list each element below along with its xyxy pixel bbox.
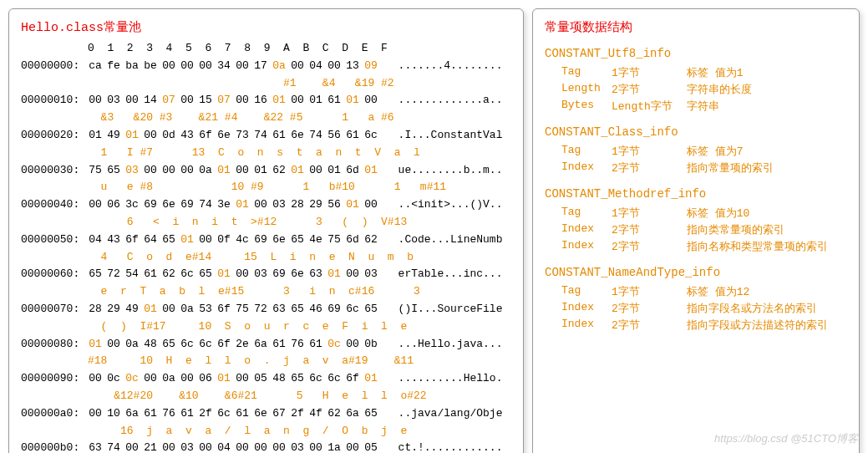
hex-byte: 17 xyxy=(251,58,270,75)
addr: 00000010: xyxy=(21,94,86,106)
info-size: 1字节 xyxy=(612,284,687,299)
hex-byte: 6c xyxy=(325,370,343,388)
hex-row: 00000070: 28294901000a536f7572636546696c… xyxy=(21,301,511,318)
hex-byte: 6a xyxy=(123,405,141,423)
hex-byte: 65 xyxy=(160,232,178,249)
hex-byte: 05 xyxy=(251,370,270,388)
info-row: Index2字节指向字段或方法描述符的索引 xyxy=(561,318,847,333)
hex-byte: 00 xyxy=(233,58,251,75)
info-label: Tag xyxy=(561,65,612,80)
hex-byte: 48 xyxy=(270,370,288,388)
hex-byte: 65 xyxy=(196,266,215,283)
hex-byte: 65 xyxy=(288,232,307,249)
addr: 00000030: xyxy=(21,164,86,176)
hex-byte: 53 xyxy=(196,301,215,318)
hex-byte: 00 xyxy=(178,370,196,388)
hex-byte: 62 xyxy=(160,266,178,283)
hex-byte: 14 xyxy=(141,92,160,109)
hex-row: 000000b0: 637400210003000400000003001a00… xyxy=(21,440,511,453)
hex-byte: 74 xyxy=(307,127,325,145)
hex-byte: 6e xyxy=(160,196,178,214)
hex-byte: 65 xyxy=(288,301,307,318)
hex-byte: 06 xyxy=(104,196,123,214)
hex-byte: 01 xyxy=(86,127,104,145)
hex-byte: 00 xyxy=(178,162,196,180)
info-size: 2字节 xyxy=(612,318,687,333)
hex-byte: 61 xyxy=(141,405,160,423)
info-size: 1字节 xyxy=(612,206,687,221)
hex-byte: 74 xyxy=(251,127,270,145)
hex-byte: 6c xyxy=(196,336,215,354)
ascii: ..<init>...()V.. xyxy=(385,198,502,211)
addr: 00000070: xyxy=(21,303,86,315)
hex-byte: 0c xyxy=(123,370,141,388)
hex-byte: 00 xyxy=(160,301,178,318)
hex-byte: 01 xyxy=(123,127,141,145)
hex-byte: 00 xyxy=(343,266,362,283)
hex-byte: 00 xyxy=(141,127,160,145)
info-row: Tag1字节标签 值为7 xyxy=(561,144,847,159)
hex-byte: 1a xyxy=(325,440,343,453)
anno-row: u e #8 10 #9 1 b#10 1 m#11 xyxy=(88,179,511,196)
anno-row: 1 I #7 13 C o n s t a n t V a l xyxy=(88,145,511,162)
hex-byte: 01 xyxy=(215,162,233,180)
hex-byte: 01 xyxy=(215,370,233,388)
hex-byte: 01 xyxy=(270,92,288,109)
hex-byte: 03 xyxy=(123,162,141,180)
hex-byte: 29 xyxy=(104,301,123,318)
hex-byte: 75 xyxy=(233,301,251,318)
info-desc: 指向字段或方法描述符的索引 xyxy=(687,318,828,333)
hex-byte: 6c xyxy=(215,405,233,423)
hex-byte: 62 xyxy=(325,405,343,423)
hex-byte: 03 xyxy=(251,266,270,283)
hex-byte: 01 xyxy=(362,162,380,180)
hex-byte: 00 xyxy=(251,196,270,214)
hex-byte: 29 xyxy=(307,196,325,214)
hex-byte: 61 xyxy=(233,405,251,423)
addr: 00000050: xyxy=(21,233,86,246)
hex-byte: 28 xyxy=(288,196,307,214)
hex-byte: 65 xyxy=(160,336,178,354)
hex-byte: 00 xyxy=(343,336,362,354)
info-row: Tag1字节标签 值为1 xyxy=(561,65,847,80)
hex-byte: 63 xyxy=(270,301,288,318)
hex-byte: 4f xyxy=(307,405,325,423)
hex-byte: 61 xyxy=(270,127,288,145)
hex-byte: 34 xyxy=(215,58,233,75)
right-title: 常量项数据结构 xyxy=(545,19,847,35)
hex-byte: 04 xyxy=(215,440,233,453)
hex-byte: 09 xyxy=(362,58,380,75)
info-row: Index2字节指向类常量项的索引 xyxy=(561,222,847,237)
ascii: erTable...inc... xyxy=(385,267,502,280)
hex-byte: 01 xyxy=(141,301,160,318)
hex-byte: 75 xyxy=(86,162,104,180)
hex-byte: 00 xyxy=(123,92,141,109)
hex-row: 00000040: 00063c696e69743e01000328295601… xyxy=(21,196,511,214)
hex-byte: 01 xyxy=(362,370,380,388)
hex-byte: 72 xyxy=(104,266,123,283)
hex-byte: 6f xyxy=(215,336,233,354)
hex-byte: 61 xyxy=(141,266,160,283)
info-desc: 指向名称和类型常量项的索引 xyxy=(687,239,828,254)
info-label: Bytes xyxy=(561,99,612,114)
hex-byte: 21 xyxy=(141,440,160,453)
info-label: Index xyxy=(561,222,612,237)
hex-byte: 56 xyxy=(325,127,343,145)
hex-byte: 00 xyxy=(270,440,288,453)
hex-byte: 01 xyxy=(325,162,343,180)
hex-byte: 00 xyxy=(196,58,215,75)
hex-byte: 00 xyxy=(251,440,270,453)
ascii: ue........b..m.. xyxy=(385,164,502,176)
info-label: Tag xyxy=(561,284,612,299)
hex-byte: 01 xyxy=(233,196,251,214)
hex-byte: 01 xyxy=(307,92,325,109)
hex-byte: 65 xyxy=(362,405,380,423)
anno-row: e r T a b l e#15 3 i n c#16 3 xyxy=(88,283,511,301)
addr: 000000b0: xyxy=(21,441,86,453)
anno-row: &3 &20 #3 &21 #4 &22 #5 1 a #6 xyxy=(88,109,511,127)
info-label: Index xyxy=(561,318,612,333)
hex-byte: ca xyxy=(86,58,104,75)
hex-byte: 4e xyxy=(307,232,325,249)
hex-byte: 67 xyxy=(270,405,288,423)
hex-byte: 65 xyxy=(86,266,104,283)
